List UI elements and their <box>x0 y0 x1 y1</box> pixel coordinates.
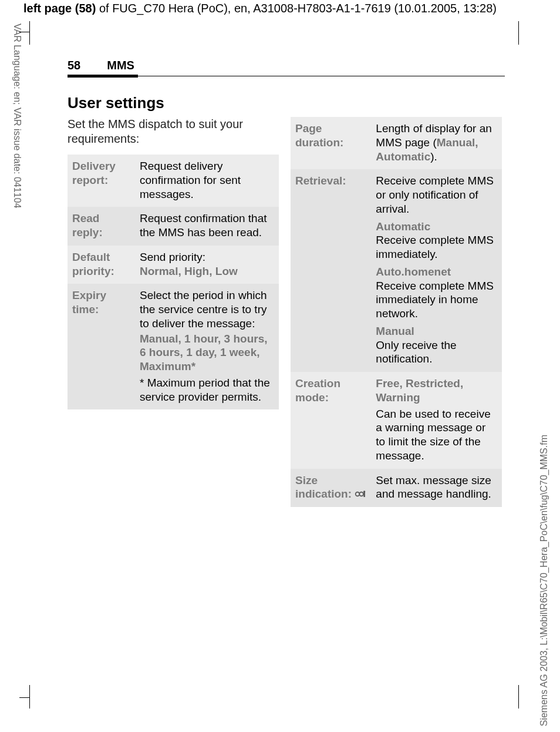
setting-desc: Select the period in which the service c… <box>135 284 279 409</box>
proof-header: left page (58) of FUG_C70 Hera (PoC), en… <box>23 2 497 15</box>
crop-mark-bottom-left <box>29 685 53 709</box>
table-row: Expiry time: Select the period in which … <box>68 284 279 409</box>
running-header: 58 MMS <box>68 59 505 76</box>
table-row: Read reply: Request confirmation that th… <box>68 207 279 246</box>
setting-desc: Receive complete MMS or only notificatio… <box>371 169 502 372</box>
settings-table-right: Page duration: Length of display for an … <box>291 117 502 507</box>
setting-subhead: Automatic <box>376 220 497 234</box>
table-row: Page duration: Length of display for an … <box>291 117 502 169</box>
left-margin-note: VAR Language: en; VAR issue date: 041104 <box>12 23 22 208</box>
setting-desc: Send priority: Normal, High, Low <box>135 246 279 284</box>
svg-point-0 <box>356 492 360 496</box>
crop-mark-top-left <box>29 21 53 45</box>
table-row: Default priority: Send priority: Normal,… <box>68 246 279 284</box>
setting-label: Retrieval: <box>291 169 371 372</box>
table-row: Retrieval: Receive complete MMS or only … <box>291 169 502 372</box>
table-row: Creation mode: Free, Restricted, Warning… <box>291 372 502 469</box>
section-title: MMS <box>107 59 134 72</box>
settings-table-left: Delivery report: Request delivery confir… <box>68 155 279 409</box>
operator-icon <box>355 488 366 496</box>
setting-desc: Set max. message size and message handli… <box>371 469 502 508</box>
header-underline <box>68 75 138 78</box>
setting-options: Manual, 1 hour, 3 hours, 6 hours, 1 day,… <box>140 333 267 373</box>
setting-subhead: Auto.homenet <box>376 265 497 279</box>
setting-label: Page duration: <box>291 117 371 169</box>
setting-label: Delivery report: <box>68 155 135 207</box>
page-number: 58 <box>68 59 80 72</box>
setting-label: Size indication: <box>291 469 371 508</box>
setting-subhead: Manual <box>376 324 497 338</box>
setting-label: Default priority: <box>68 246 135 284</box>
crop-mark-top-right <box>518 21 519 45</box>
setting-options: Free, Restricted, Warning <box>376 377 463 404</box>
footnote: * Maximum period that the service provid… <box>140 376 274 404</box>
heading-user-settings: User settings <box>68 94 514 112</box>
left-column: Set the MMS dispatch to suit your requir… <box>68 117 279 409</box>
setting-label: Read reply: <box>68 207 135 246</box>
right-margin-note: Siemens AG 2003, L:\Mobil\R65\C70_Hera_P… <box>539 435 549 726</box>
setting-desc: Length of display for an MMS page (Manua… <box>371 117 502 169</box>
setting-desc: Request confirmation that the MMS has be… <box>135 207 279 246</box>
right-column: Page duration: Length of display for an … <box>291 117 502 507</box>
intro-text: Set the MMS dispatch to suit your requir… <box>68 117 279 146</box>
setting-label: Creation mode: <box>291 372 371 469</box>
page-content: User settings Set the MMS dispatch to su… <box>68 94 514 507</box>
setting-desc: Request delivery confirmation for sent m… <box>135 155 279 207</box>
table-row: Size indication: Set max. message size a… <box>291 469 502 508</box>
crop-mark-bottom-right <box>518 685 519 709</box>
setting-desc: Free, Restricted, Warning Can be used to… <box>371 372 502 469</box>
svg-point-2 <box>363 491 365 492</box>
table-row: Delivery report: Request delivery confir… <box>68 155 279 207</box>
setting-options: Normal, High, Low <box>140 265 238 277</box>
setting-label: Expiry time: <box>68 284 135 409</box>
svg-point-1 <box>360 492 364 496</box>
